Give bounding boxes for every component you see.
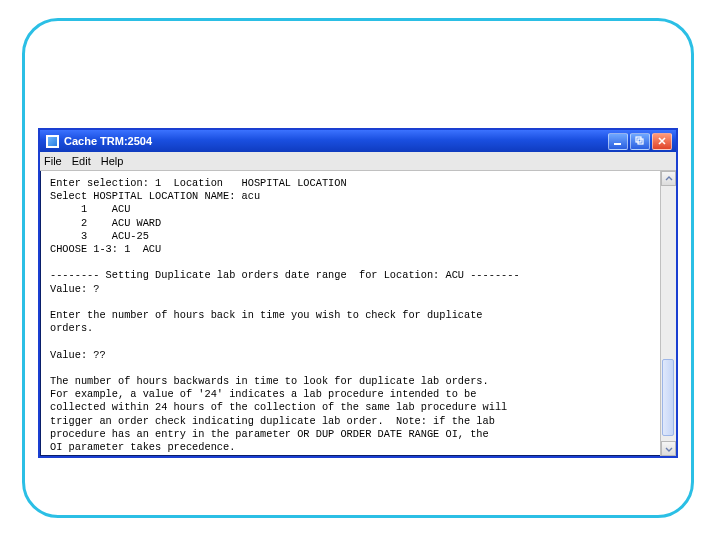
terminal-line: For example, a value of '24' indicates a… bbox=[50, 388, 476, 400]
vertical-scrollbar[interactable] bbox=[660, 171, 676, 456]
terminal-line: Value: ? bbox=[50, 283, 99, 295]
app-window: Cache TRM:2504 File Edit Help Enter sele… bbox=[38, 128, 678, 458]
maximize-icon bbox=[635, 136, 645, 146]
terminal[interactable]: Enter selection: 1 Location HOSPITAL LOC… bbox=[40, 171, 660, 456]
terminal-line: Enter the number of hours back in time y… bbox=[50, 309, 483, 321]
terminal-line: trigger an order check indicating duplic… bbox=[50, 415, 495, 427]
chevron-up-icon bbox=[665, 175, 673, 183]
terminal-line: Value: ?? bbox=[50, 349, 106, 361]
scroll-up-button[interactable] bbox=[661, 171, 676, 186]
terminal-line: CHOOSE 1-3: 1 ACU bbox=[50, 243, 161, 255]
menu-help[interactable]: Help bbox=[101, 155, 124, 167]
terminal-line: orders. bbox=[50, 322, 93, 334]
menu-file[interactable]: File bbox=[44, 155, 62, 167]
chevron-down-icon bbox=[665, 445, 673, 453]
titlebar[interactable]: Cache TRM:2504 bbox=[40, 130, 676, 152]
close-button[interactable] bbox=[652, 133, 672, 150]
client-area: Enter selection: 1 Location HOSPITAL LOC… bbox=[40, 171, 676, 456]
terminal-line: 2 ACU WARD bbox=[50, 217, 161, 229]
terminal-line: The number of hours backwards in time to… bbox=[50, 375, 489, 387]
menubar: File Edit Help bbox=[40, 152, 676, 171]
scroll-down-button[interactable] bbox=[661, 441, 676, 456]
scroll-track[interactable] bbox=[661, 186, 676, 441]
menu-edit[interactable]: Edit bbox=[72, 155, 91, 167]
terminal-line: OI parameter takes precedence. bbox=[50, 441, 235, 453]
window-buttons bbox=[608, 133, 672, 150]
minimize-icon bbox=[613, 136, 623, 146]
terminal-line: Select HOSPITAL LOCATION NAME: acu bbox=[50, 190, 260, 202]
close-icon bbox=[657, 136, 667, 146]
minimize-button[interactable] bbox=[608, 133, 628, 150]
terminal-line: 1 ACU bbox=[50, 203, 130, 215]
app-icon bbox=[46, 135, 59, 148]
terminal-line: collected within 24 hours of the collect… bbox=[50, 401, 507, 413]
scroll-thumb[interactable] bbox=[662, 359, 674, 436]
terminal-line: -------- Setting Duplicate lab orders da… bbox=[50, 269, 520, 281]
maximize-button[interactable] bbox=[630, 133, 650, 150]
svg-rect-0 bbox=[614, 143, 621, 145]
window-title: Cache TRM:2504 bbox=[64, 135, 608, 147]
terminal-line: procedure has an entry in the parameter … bbox=[50, 428, 489, 440]
terminal-line: 3 ACU-25 bbox=[50, 230, 149, 242]
terminal-line: Enter selection: 1 Location HOSPITAL LOC… bbox=[50, 177, 347, 189]
